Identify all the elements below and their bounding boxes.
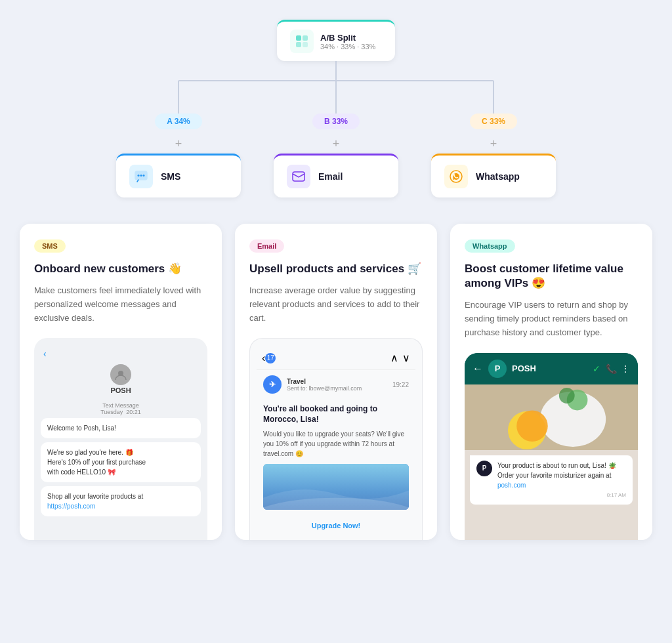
email-channel-name: Email xyxy=(318,171,343,182)
svg-rect-12 xyxy=(293,172,304,181)
wa-contact-name: POSH xyxy=(512,363,587,373)
branch-c-plus[interactable]: + xyxy=(490,137,497,151)
branch-a-label: A 34% xyxy=(155,114,202,129)
wa-action-icons: 📞 ⋮ xyxy=(606,363,630,374)
sms-link[interactable]: https://posh.com xyxy=(47,503,95,510)
wa-product-image xyxy=(465,384,638,450)
wa-verified-icon: ✓ xyxy=(593,363,600,374)
email-cta-button[interactable]: Upgrade Now! xyxy=(312,522,361,529)
whatsapp-feature-title: Boost customer lifetime value among VIPs… xyxy=(465,262,638,291)
branch-b: B 33% + Email xyxy=(270,114,402,197)
email-nav-bar: ‹ 17 ∧ ∨ xyxy=(257,346,415,370)
sms-bubble-2: We're so glad you're here. 🎁Here's 10% o… xyxy=(41,442,201,482)
email-badge-count: 17 xyxy=(265,353,276,363)
email-time: 19:22 xyxy=(392,381,409,388)
sms-back-arrow: ‹ xyxy=(41,346,201,364)
email-channel-card[interactable]: Email xyxy=(274,154,398,197)
sms-sender-name: POSH xyxy=(41,386,201,394)
wa-msg-text: Your product is about to run out, Lisa! … xyxy=(497,461,626,499)
branch-a-plus[interactable]: + xyxy=(175,137,182,151)
whatsapp-channel-name: Whatsapp xyxy=(476,171,520,182)
email-body: You're all booked and going to Morocco, … xyxy=(257,399,415,539)
sms-feature-card: SMS Onboard new customers 👋 Make custome… xyxy=(20,224,222,540)
whatsapp-phone-mockup: ← P POSH ✓ 📞 ⋮ xyxy=(465,353,638,540)
feature-cards-section: SMS Onboard new customers 👋 Make custome… xyxy=(20,224,652,540)
email-product-image xyxy=(263,464,409,510)
email-phone-mockup: ‹ 17 ∧ ∨ ✈ Travel Sent to: lbowe@mymail.… xyxy=(249,338,423,539)
sms-meta: Text MessageTuesday 20:21 xyxy=(41,402,201,415)
svg-point-10 xyxy=(140,175,142,176)
email-icon xyxy=(287,165,310,188)
wa-avatar: P xyxy=(488,360,507,378)
sms-bubble-3: Shop all your favorite products at https… xyxy=(41,486,201,516)
branch-connector-svg xyxy=(113,81,559,114)
sms-bubble-1: Welcome to Posh, Lisa! xyxy=(41,418,201,438)
email-badge: Email xyxy=(249,239,284,253)
ab-split-label: A/B Split xyxy=(320,33,375,43)
email-up-arrow: ∧ xyxy=(390,352,398,364)
email-feature-desc: Increase average order value by suggesti… xyxy=(249,284,423,325)
whatsapp-header-bar: ← P POSH ✓ 📞 ⋮ xyxy=(465,353,638,384)
email-body-text: Would you like to upgrade your seats? We… xyxy=(263,429,409,459)
wa-call-icon[interactable]: 📞 xyxy=(606,363,617,374)
svg-point-9 xyxy=(138,175,140,176)
ab-split-node: A/B Split 34% · 33% · 33% xyxy=(277,20,395,61)
whatsapp-chat-area: P Your product is about to run out, Lisa… xyxy=(465,384,638,540)
branch-a: A 34% + SMS xyxy=(113,114,244,197)
svg-point-20 xyxy=(516,410,548,442)
email-subject: You're all booked and going to Morocco, … xyxy=(263,404,409,425)
wa-msg-link[interactable]: posh.com xyxy=(497,482,526,489)
ab-split-icon xyxy=(290,30,314,53)
flowchart-section: A/B Split 34% · 33% · 33% A 34% + xyxy=(20,13,652,197)
whatsapp-feature-desc: Encourage VIP users to return and shop b… xyxy=(465,299,638,339)
sms-icon xyxy=(129,165,153,188)
svg-rect-1 xyxy=(303,35,308,41)
wa-msg-avatar: P xyxy=(476,461,492,476)
email-sender-icon: ✈ xyxy=(263,375,282,394)
wa-menu-icon[interactable]: ⋮ xyxy=(621,363,630,374)
svg-point-22 xyxy=(559,388,575,404)
email-cta-section: Upgrade Now! xyxy=(263,515,409,535)
sms-feature-desc: Make customers feel immediately loved wi… xyxy=(34,284,207,325)
wa-back-arrow: ← xyxy=(472,363,483,375)
svg-rect-0 xyxy=(296,35,301,41)
ab-split-text: A/B Split 34% · 33% · 33% xyxy=(320,33,375,51)
branch-c: C 33% + Whatsapp xyxy=(428,114,559,197)
branch-b-label: B 33% xyxy=(312,114,360,129)
whatsapp-channel-card[interactable]: Whatsapp xyxy=(431,154,556,197)
whatsapp-icon xyxy=(444,165,468,188)
email-down-arrow: ∨ xyxy=(402,352,410,364)
sms-badge: SMS xyxy=(34,239,66,253)
whatsapp-badge: Whatsapp xyxy=(465,239,515,253)
sms-channel-card[interactable]: SMS xyxy=(116,154,241,197)
ab-split-sub: 34% · 33% · 33% xyxy=(320,43,375,51)
sms-feature-title: Onboard new customers 👋 xyxy=(34,262,207,276)
sms-channel-name: SMS xyxy=(161,171,180,182)
sms-avatar xyxy=(110,364,131,385)
svg-point-11 xyxy=(143,175,145,176)
connector-line-top xyxy=(335,61,337,81)
email-feature-title: Upsell products and services 🛒 xyxy=(249,262,423,276)
branches-container: A 34% + SMS B 33% + xyxy=(113,114,559,197)
email-sender-row: ✈ Travel Sent to: lbowe@mymail.com 19:22 xyxy=(257,370,415,399)
svg-rect-3 xyxy=(303,42,308,47)
email-sender-info: Travel Sent to: lbowe@mymail.com xyxy=(287,378,362,392)
whatsapp-message-bubble: P Your product is about to run out, Lisa… xyxy=(470,455,633,505)
email-feature-card: Email Upsell products and services 🛒 Inc… xyxy=(235,224,437,540)
whatsapp-feature-card: Whatsapp Boost customer lifetime value a… xyxy=(450,224,652,540)
branch-b-plus[interactable]: + xyxy=(333,137,340,151)
svg-rect-2 xyxy=(296,42,301,47)
branch-c-label: C 33% xyxy=(470,114,517,129)
sms-phone-mockup: ‹ POSH Text MessageTuesday 20:21 Welcome… xyxy=(34,338,207,539)
wa-msg-time: 8:17 AM xyxy=(497,491,626,499)
sms-header: POSH xyxy=(41,364,201,398)
